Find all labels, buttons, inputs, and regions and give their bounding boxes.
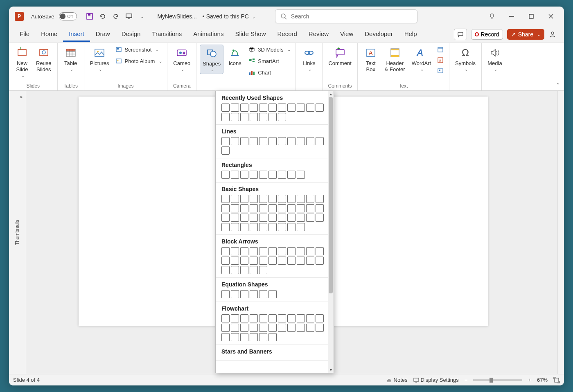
shape-item[interactable] [297, 171, 305, 179]
cameo-button[interactable]: ▣ Cameo⌄ [171, 45, 193, 73]
share-button[interactable]: ↗Share⌄ [507, 29, 544, 40]
tab-file[interactable]: File [14, 27, 35, 42]
chart-button[interactable]: Chart [246, 68, 292, 77]
shape-item[interactable] [221, 214, 230, 222]
close-icon[interactable] [547, 12, 555, 20]
shape-item[interactable] [231, 290, 239, 298]
expand-thumbnails-icon[interactable]: ▸ [20, 94, 23, 99]
tab-slide-show[interactable]: Slide Show [229, 27, 271, 42]
shape-item[interactable] [278, 257, 286, 265]
shape-item[interactable] [287, 171, 296, 179]
tab-transitions[interactable]: Transitions [146, 27, 187, 42]
shape-item[interactable] [250, 113, 258, 121]
tab-design[interactable]: Design [116, 27, 147, 42]
shape-item[interactable] [259, 137, 267, 145]
shape-item[interactable] [306, 324, 314, 332]
undo-icon[interactable] [99, 13, 106, 20]
header-footer-button[interactable]: Header & Footer [382, 45, 408, 74]
scroll-up-icon[interactable]: ▲ [329, 92, 333, 96]
zoom-percent[interactable]: 67% [537, 377, 548, 383]
shape-item[interactable] [316, 214, 324, 222]
account-icon[interactable] [548, 30, 557, 38]
shape-item[interactable] [268, 204, 277, 212]
shape-item[interactable] [278, 204, 286, 212]
shape-item[interactable] [297, 214, 305, 222]
shape-item[interactable] [231, 333, 239, 341]
shape-item[interactable] [278, 223, 286, 231]
shape-item[interactable] [231, 214, 239, 222]
slideshow-icon[interactable] [125, 13, 133, 20]
shape-item[interactable] [278, 247, 286, 255]
shape-item[interactable] [259, 333, 267, 341]
notes-button[interactable]: Notes [386, 377, 408, 383]
shape-item[interactable] [240, 171, 248, 179]
links-button[interactable]: Links⌄ [299, 45, 319, 73]
shape-item[interactable] [306, 257, 314, 265]
shape-item[interactable] [250, 247, 258, 255]
shape-item[interactable] [297, 195, 305, 203]
scrollbar-thumb[interactable] [329, 97, 333, 293]
shape-item[interactable] [231, 247, 239, 255]
shape-item[interactable] [316, 257, 324, 265]
shape-item[interactable] [221, 195, 230, 203]
shape-item[interactable] [297, 314, 305, 322]
shape-item[interactable] [297, 257, 305, 265]
display-settings-button[interactable]: Display Settings [413, 377, 459, 383]
shape-item[interactable] [268, 113, 277, 121]
shape-item[interactable] [268, 257, 277, 265]
minimize-icon[interactable] [508, 12, 516, 20]
shape-item[interactable] [221, 324, 230, 332]
shape-item[interactable] [268, 195, 277, 203]
shape-item[interactable] [316, 204, 324, 212]
dropdown-scrollbar[interactable]: ▲ ▼ [328, 91, 334, 373]
autosave-toggle[interactable]: Off [59, 12, 77, 20]
pictures-button[interactable]: Pictures⌄ [88, 45, 112, 73]
shape-item[interactable] [221, 223, 230, 231]
shape-item[interactable] [240, 195, 248, 203]
comment-button[interactable]: + Comment [326, 45, 354, 68]
shape-item[interactable] [221, 290, 230, 298]
shape-item[interactable] [287, 247, 296, 255]
shape-item[interactable] [259, 290, 267, 298]
shape-item[interactable] [259, 171, 267, 179]
tab-view[interactable]: View [334, 27, 359, 42]
shape-item[interactable] [231, 171, 239, 179]
shape-item[interactable] [259, 223, 267, 231]
shape-item[interactable] [231, 266, 239, 274]
shape-item[interactable] [259, 257, 267, 265]
shape-item[interactable] [240, 266, 248, 274]
shape-item[interactable] [287, 204, 296, 212]
shape-item[interactable] [316, 195, 324, 203]
shape-item[interactable] [259, 247, 267, 255]
shape-item[interactable] [259, 195, 267, 203]
smartart-button[interactable]: SmartArt [246, 56, 292, 66]
tab-draw[interactable]: Draw [90, 27, 116, 42]
shape-item[interactable] [316, 314, 324, 322]
shape-item[interactable] [268, 223, 277, 231]
shape-item[interactable] [278, 314, 286, 322]
shape-item[interactable] [316, 137, 324, 145]
shape-item[interactable] [250, 104, 258, 112]
shape-item[interactable] [306, 314, 314, 322]
shape-item[interactable] [221, 204, 230, 212]
shape-item[interactable] [250, 257, 258, 265]
shape-item[interactable] [306, 195, 314, 203]
textbox-button[interactable]: A Text Box [361, 45, 381, 74]
shape-item[interactable] [240, 137, 248, 145]
shape-item[interactable] [268, 324, 277, 332]
tab-animations[interactable]: Animations [187, 27, 229, 42]
shape-item[interactable] [287, 223, 296, 231]
shape-item[interactable] [268, 214, 277, 222]
shape-item[interactable] [221, 137, 230, 145]
shape-item[interactable] [297, 247, 305, 255]
shape-item[interactable] [316, 247, 324, 255]
shape-item[interactable] [268, 314, 277, 322]
shape-item[interactable] [250, 314, 258, 322]
shape-item[interactable] [287, 324, 296, 332]
shape-item[interactable] [316, 104, 324, 112]
tab-review[interactable]: Review [303, 27, 334, 42]
3d-models-button[interactable]: 3D Models ⌄ [246, 45, 292, 54]
object-button[interactable] [435, 66, 446, 76]
shape-item[interactable] [316, 324, 324, 332]
shape-item[interactable] [231, 204, 239, 212]
